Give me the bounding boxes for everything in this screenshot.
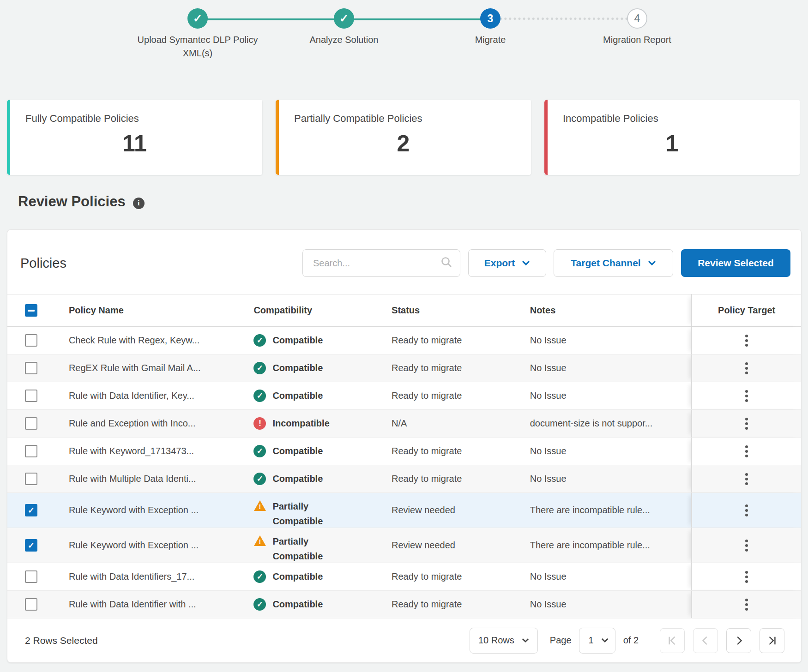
target-channel-button[interactable]: Target Channel	[554, 249, 673, 277]
next-page-button[interactable]	[726, 628, 751, 653]
notes-text: No Issue	[530, 382, 692, 409]
export-button[interactable]: Export	[468, 249, 546, 277]
card-title: Fully Compatible Policies	[25, 113, 262, 125]
rows-per-page-value: 10 Rows	[478, 635, 514, 646]
step-number-active: 3	[480, 8, 500, 29]
row-actions-kebab-icon[interactable]	[737, 442, 756, 461]
row-actions-kebab-icon[interactable]	[737, 595, 756, 614]
notes-text: No Issue	[530, 563, 692, 590]
row-actions-kebab-icon[interactable]	[737, 568, 756, 586]
search-box	[302, 249, 460, 277]
compatibility-label: Compatible	[272, 335, 323, 346]
rows-per-page-select[interactable]: 10 Rows	[470, 628, 538, 654]
column-header-notes: Notes	[530, 294, 692, 326]
policy-name: Rule with Multiple Data Identi...	[69, 465, 254, 492]
notes-text: There are incompatible rule...	[530, 493, 692, 528]
table-row[interactable]: Rule with Keyword_1713473... Compatible …	[7, 438, 801, 465]
row-checkbox[interactable]	[25, 504, 37, 516]
policy-name: Rule with Data Identifier, Key...	[69, 382, 254, 409]
policy-name: Rule with Data Identifiers_17...	[69, 563, 254, 590]
notes-text: There are incompatible rule...	[530, 528, 692, 563]
table-row[interactable]: Rule with Multiple Data Identi... Compat…	[7, 465, 801, 493]
chevron-down-icon	[522, 260, 530, 266]
row-checkbox[interactable]	[25, 598, 37, 611]
page-number-value: 1	[589, 635, 594, 646]
policy-name: Rule with Data Identifier with ...	[69, 591, 254, 618]
row-actions-kebab-icon[interactable]	[737, 331, 756, 350]
card-title: Incompatible Policies	[563, 113, 800, 125]
warning-icon	[253, 500, 266, 511]
previous-page-button[interactable]	[693, 628, 718, 653]
step-label: Upload Symantec DLP Policy XML(s)	[128, 33, 267, 60]
table-row[interactable]: RegEX Rule with Gmail Mail A... Compatib…	[7, 354, 801, 382]
step-complete-check-icon	[334, 8, 354, 29]
table-row[interactable]: Rule Keyword with Exception ... Partiall…	[7, 528, 801, 563]
row-actions-kebab-icon[interactable]	[737, 359, 756, 378]
notes-text: No Issue	[530, 438, 692, 465]
table-row[interactable]: Rule and Exception with Inco... Incompat…	[7, 410, 801, 438]
row-actions-kebab-icon[interactable]	[737, 387, 756, 405]
row-actions-kebab-icon[interactable]	[737, 536, 756, 555]
table-row[interactable]: Check Rule with Regex, Keyw... Compatibl…	[7, 327, 801, 354]
card-title: Partially Compatible Policies	[294, 113, 531, 125]
step-migration-report[interactable]: 4 Migration Report	[568, 8, 706, 47]
row-actions-kebab-icon[interactable]	[737, 414, 756, 433]
status-text: Review needed	[392, 493, 530, 528]
panel-toolbar: Policies Export Target Channel	[7, 230, 801, 277]
notes-text: No Issue	[530, 465, 692, 492]
table-row[interactable]: Rule with Data Identifier with ... Compa…	[7, 591, 801, 618]
compatibility-label: Compatible	[272, 363, 323, 373]
search-icon	[440, 256, 452, 270]
row-checkbox[interactable]	[25, 390, 37, 402]
panel-title: Policies	[20, 256, 66, 271]
card-value: 11	[7, 130, 262, 157]
chevron-down-icon	[601, 638, 609, 643]
page-number-select[interactable]: 1	[579, 628, 615, 654]
row-checkbox[interactable]	[25, 334, 37, 347]
compatible-icon	[253, 334, 266, 347]
table-row[interactable]: Rule with Data Identifiers_17... Compati…	[7, 563, 801, 591]
export-label: Export	[484, 258, 515, 269]
step-analyze-solution[interactable]: Analyze Solution	[275, 8, 413, 47]
search-input[interactable]	[312, 258, 440, 269]
select-all-checkbox[interactable]	[25, 304, 37, 317]
table-row[interactable]: Rule Keyword with Exception ... Partiall…	[7, 493, 801, 528]
first-page-button[interactable]	[660, 628, 685, 653]
notes-text: No Issue	[530, 591, 692, 618]
status-text: Review needed	[392, 528, 530, 563]
table-row[interactable]: Rule with Data Identifier, Key... Compat…	[7, 382, 801, 410]
policies-panel: Policies Export Target Channel	[7, 229, 802, 663]
row-checkbox[interactable]	[25, 445, 37, 457]
info-icon[interactable]: i	[133, 198, 145, 209]
step-upload-policy-xml[interactable]: Upload Symantec DLP Policy XML(s)	[128, 8, 267, 60]
row-checkbox[interactable]	[25, 570, 37, 583]
compatibility-label: Incompatible	[272, 418, 329, 429]
review-selected-button[interactable]: Review Selected	[681, 249, 790, 277]
step-label: Migrate	[421, 33, 560, 47]
last-page-button[interactable]	[760, 628, 784, 653]
compatibility-label: Compatible	[272, 474, 323, 484]
policy-name: Check Rule with Regex, Keyw...	[69, 327, 254, 354]
status-text: Ready to migrate	[392, 465, 530, 492]
column-header-policy-target: Policy Target	[691, 294, 801, 326]
status-text: Ready to migrate	[392, 354, 530, 382]
status-text: Ready to migrate	[392, 438, 530, 465]
row-checkbox[interactable]	[25, 417, 37, 430]
row-checkbox[interactable]	[25, 473, 37, 485]
row-actions-kebab-icon[interactable]	[737, 470, 756, 488]
row-checkbox[interactable]	[25, 539, 37, 552]
target-channel-label: Target Channel	[571, 258, 640, 269]
policy-name: Rule and Exception with Inco...	[69, 410, 254, 437]
compatible-icon	[253, 598, 266, 611]
chevron-down-icon	[648, 260, 656, 266]
row-actions-kebab-icon[interactable]	[737, 501, 756, 520]
page-label: Page	[550, 635, 572, 646]
compatible-icon	[253, 362, 266, 374]
column-header-policy-name: Policy Name	[69, 294, 254, 326]
card-incompatible: Incompatible Policies 1	[544, 100, 800, 175]
row-checkbox[interactable]	[25, 362, 37, 374]
table-footer: 2 Rows Selected 10 Rows Page 1	[7, 618, 801, 662]
table-header-row: Policy Name Compatibility Status Notes P…	[7, 294, 801, 327]
card-fully-compatible: Fully Compatible Policies 11	[7, 100, 262, 175]
step-migrate[interactable]: 3 Migrate	[421, 8, 560, 47]
